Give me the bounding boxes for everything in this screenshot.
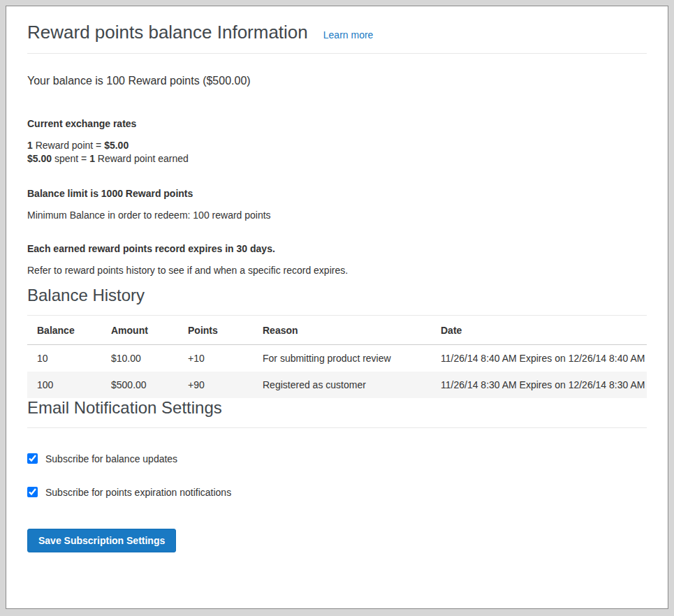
table-row: 100 $500.00 +90 Registered as customer 1… bbox=[27, 372, 647, 398]
table-row: 10 $10.00 +10 For submitting product rev… bbox=[27, 344, 647, 372]
page-header: Reward points balance Information Learn … bbox=[27, 22, 647, 54]
exchange-rate-line-1: 1 Reward point = $5.00 bbox=[27, 139, 647, 152]
subscribe-expiration-label: Subscribe for points expiration notifica… bbox=[45, 487, 231, 498]
expiration-note-text: Refer to reward points history to see if… bbox=[27, 265, 647, 276]
exchange-rate-line-2: $5.00 spent = 1 Reward point earned bbox=[27, 152, 647, 166]
exchange-rates-heading: Current exchange rates bbox=[27, 118, 647, 129]
cell-date: 11/26/14 8:40 AM Expires on 12/26/14 8:4… bbox=[431, 344, 647, 372]
cell-amount: $10.00 bbox=[101, 344, 178, 372]
table-header-row: Balance Amount Points Reason Date bbox=[27, 316, 647, 345]
cell-points: +90 bbox=[178, 372, 253, 398]
cell-reason: Registered as customer bbox=[253, 372, 431, 398]
balance-history-table: Balance Amount Points Reason Date 10 $10… bbox=[27, 316, 647, 398]
subscribe-balance-option[interactable]: Subscribe for balance updates bbox=[27, 453, 647, 464]
subscribe-expiration-option[interactable]: Subscribe for points expiration notifica… bbox=[27, 487, 647, 498]
expiration-policy-text: Each earned reward points record expires… bbox=[27, 243, 647, 254]
minimum-balance-text: Minimum Balance in order to redeem: 100 … bbox=[27, 210, 647, 221]
cell-points: +10 bbox=[178, 344, 253, 372]
column-header-date: Date bbox=[431, 316, 647, 345]
cell-reason: For submitting product review bbox=[253, 344, 431, 372]
balance-history-title: Balance History bbox=[27, 286, 647, 316]
balance-limit-text: Balance limit is 1000 Reward points bbox=[27, 188, 647, 199]
column-header-reason: Reason bbox=[253, 316, 431, 345]
column-header-amount: Amount bbox=[101, 316, 178, 345]
cell-amount: $500.00 bbox=[101, 372, 178, 398]
cell-balance: 10 bbox=[27, 344, 101, 372]
column-header-points: Points bbox=[178, 316, 253, 345]
cell-balance: 100 bbox=[27, 372, 101, 398]
save-subscription-settings-button[interactable]: Save Subscription Settings bbox=[27, 529, 176, 552]
subscribe-balance-checkbox[interactable] bbox=[27, 453, 38, 464]
learn-more-link[interactable]: Learn more bbox=[323, 29, 374, 41]
balance-summary: Your balance is 100 Reward points ($500.… bbox=[27, 75, 647, 87]
main-panel: Reward points balance Information Learn … bbox=[6, 6, 668, 609]
page-title: Reward points balance Information bbox=[27, 22, 308, 43]
column-header-balance: Balance bbox=[27, 316, 101, 345]
subscribe-balance-label: Subscribe for balance updates bbox=[45, 453, 177, 464]
email-settings-title: Email Notification Settings bbox=[27, 398, 647, 428]
exchange-rates-lines: 1 Reward point = $5.00 $5.00 spent = 1 R… bbox=[27, 139, 647, 166]
cell-date: 11/26/14 8:30 AM Expires on 12/26/14 8:3… bbox=[431, 372, 647, 398]
subscribe-expiration-checkbox[interactable] bbox=[27, 487, 38, 497]
